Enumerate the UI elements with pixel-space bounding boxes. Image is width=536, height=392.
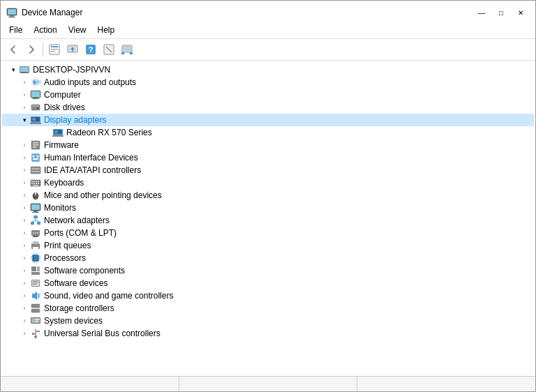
firmware-icon [30,140,41,151]
list-item[interactable]: › Firmware [2,139,534,151]
list-item[interactable]: › Disk drives [2,101,534,114]
chevron-icon: ▾ [19,114,30,126]
item-label: Network adapters [44,216,110,225]
svg-rect-85 [34,256,38,260]
chevron-icon: › [19,328,30,339]
svg-rect-41 [33,142,38,144]
svg-rect-96 [31,272,40,275]
chevron-icon: › [19,240,30,251]
list-item[interactable]: › Network adapters [2,214,534,227]
svg-rect-115 [32,333,34,335]
svg-rect-3 [8,17,15,17]
chevron-icon: › [19,152,30,163]
item-label: Software devices [44,278,107,288]
item-label: Audio inputs and outputs [44,77,136,87]
svg-line-73 [36,220,39,222]
list-item[interactable]: › Process [2,252,534,264]
svg-rect-48 [31,167,40,174]
show-hidden-button[interactable] [119,41,135,58]
menu-action[interactable]: Action [28,23,62,37]
maximize-button[interactable]: □ [492,6,510,19]
menu-help[interactable]: Help [92,23,121,37]
processor-icon [30,252,41,264]
content-area[interactable]: ▾ DESKTOP-JSPIVVN › )))) [1,61,535,376]
menu-file[interactable]: File [3,23,28,37]
window-title: Device Manager [22,8,82,17]
svg-rect-53 [34,181,35,182]
svg-rect-5 [51,46,58,47]
svg-rect-38 [54,130,58,133]
status-pane-1 [1,377,179,391]
ports-icon [30,227,41,239]
list-item[interactable]: › Storage controllers [2,302,534,315]
list-item[interactable]: › Software devices [2,277,534,289]
item-label: Human Interface Devices [44,153,138,163]
chevron-icon: › [19,165,30,176]
list-item[interactable]: › Universal Serial Bus controllers [2,327,534,340]
item-label: Computer [44,90,81,100]
chevron-icon: › [19,315,30,326]
monitors-icon [30,202,41,213]
list-item[interactable]: › Mice and other pointing devices [2,189,534,202]
svg-line-72 [32,220,36,222]
close-button[interactable]: ✕ [512,6,530,19]
list-item[interactable]: › Keyboards [2,176,534,189]
network-icon [30,215,41,226]
list-item[interactable]: › System devices [2,315,534,327]
computer-icon [30,89,41,100]
list-item[interactable]: › Monitors [2,202,534,214]
svg-rect-34 [32,118,36,121]
help-button[interactable]: ? [82,41,99,58]
disable-button[interactable] [100,41,117,58]
list-item[interactable]: › Print queues [2,239,534,252]
list-item[interactable]: › Human Interface Devices [2,151,534,164]
menu-view[interactable]: View [63,23,92,37]
list-item[interactable]: › Software components [2,264,534,277]
svg-rect-2 [10,15,14,17]
chevron-icon: › [19,140,30,151]
chevron-icon: › [19,278,30,289]
svg-rect-27 [33,98,38,98]
svg-rect-58 [36,183,37,184]
sound-icon [30,290,41,301]
svg-rect-43 [33,146,36,148]
root-icon [19,64,30,75]
window-controls: — □ ✕ [472,6,530,19]
toolbar-separator-1 [43,43,43,56]
display-adapter-icon [30,114,41,126]
svg-rect-21 [22,72,27,73]
svg-rect-6 [51,49,58,50]
svg-rect-113 [37,331,40,332]
chevron-icon: › [19,102,30,113]
list-item[interactable]: › Radeon RX 570 Series [2,126,534,139]
list-item[interactable]: › Computer [2,89,534,101]
svg-rect-35 [30,123,41,124]
gpu-icon [52,127,64,138]
tree-root-item[interactable]: ▾ DESKTOP-JSPIVVN [2,63,534,76]
minimize-button[interactable]: — [472,6,491,19]
item-label: Sound, video and game controllers [44,291,173,301]
svg-rect-55 [38,181,39,182]
item-label: Keyboards [44,178,84,188]
properties-button[interactable] [46,41,63,58]
forward-button[interactable] [23,41,40,58]
svg-text:)))): )))) [37,80,41,84]
list-item[interactable]: › Ports (COM & LPT) [2,227,534,239]
chevron-icon: › [19,215,30,226]
svg-rect-17 [121,52,124,54]
svg-rect-30 [32,105,39,107]
svg-rect-70 [37,222,40,225]
list-item[interactable]: › Sound, video and game controllers [2,289,534,302]
list-item[interactable]: › IDE ATA/ATAPI controllers [2,164,534,176]
list-item[interactable]: ▾ Display adapters [2,114,534,126]
svg-rect-42 [33,144,38,146]
item-label: Ports (COM & LPT) [44,228,117,238]
list-item[interactable]: › )))) Audio inputs and outputs [2,76,534,89]
update-driver-button[interactable] [64,41,81,58]
back-button[interactable] [5,41,22,58]
svg-rect-67 [32,212,39,213]
chevron-icon: › [19,265,30,276]
svg-rect-69 [31,222,34,225]
device-tree: ▾ DESKTOP-JSPIVVN › )))) [2,62,534,341]
svg-rect-60 [33,185,38,186]
